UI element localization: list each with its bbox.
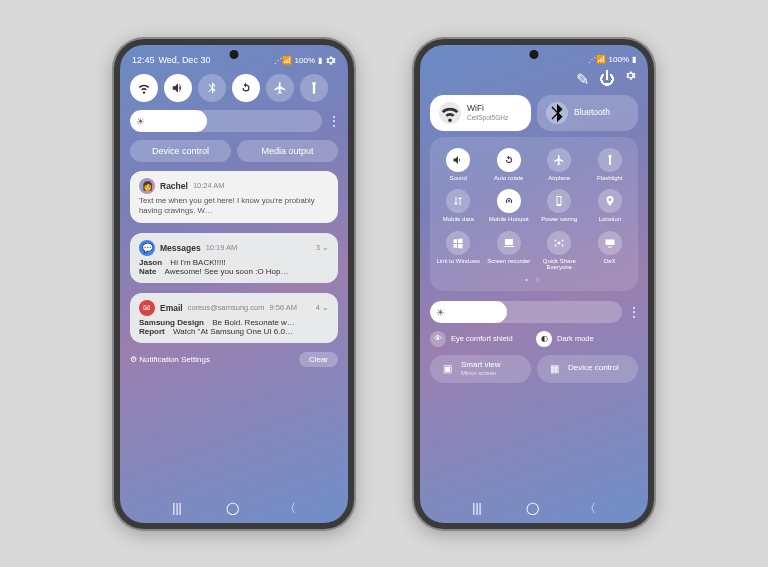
qs-icon (598, 148, 622, 172)
qs-icon (598, 231, 622, 255)
qs-icon (446, 189, 470, 213)
quick-settings-row (130, 74, 338, 102)
qs-power-saving[interactable]: Power saving (535, 186, 584, 226)
qs-flashlight[interactable]: Flashlight (586, 145, 635, 185)
email-icon: ✉ (139, 300, 155, 316)
qs-icon (497, 189, 521, 213)
qs-icon (446, 148, 470, 172)
back-button[interactable]: 〈 (284, 500, 296, 517)
wifi-toggle[interactable] (130, 74, 158, 102)
svg-point-3 (555, 244, 557, 246)
avatar-icon: 👩 (139, 178, 155, 194)
recents-button[interactable]: ||| (472, 501, 481, 515)
chevron-down-icon: ⌄ (322, 243, 329, 252)
qs-airplane[interactable]: Airplane (535, 145, 584, 185)
recents-button[interactable]: ||| (172, 501, 181, 515)
wifi-tile[interactable]: WiFiCellSpot5GHz (430, 95, 531, 131)
qs-quick-share-everyone[interactable]: Quick Share Everyone (535, 228, 584, 274)
notif-time: 10:19 AM (206, 243, 238, 252)
qs-mobile-data[interactable]: Mobile data (434, 186, 483, 226)
home-button[interactable]: ◯ (526, 501, 539, 515)
qs-mobile-hotspot[interactable]: Mobile Hotspot (485, 186, 534, 226)
qs-icon (598, 189, 622, 213)
notification-settings-link[interactable]: ⚙ Notification Settings (130, 355, 210, 364)
svg-point-4 (562, 244, 564, 246)
chevron-down-icon: ⌄ (322, 303, 329, 312)
qs-icon (497, 148, 521, 172)
notif-time: 10:24 AM (193, 181, 225, 190)
media-output-chip[interactable]: Media output (237, 140, 338, 162)
brightness-slider-row: ⋮ (430, 301, 638, 323)
qs-sound[interactable]: Sound (434, 145, 483, 185)
power-icon[interactable]: ⏻ (599, 70, 615, 89)
brightness-slider[interactable] (130, 110, 322, 132)
battery-icon: ▮ (318, 56, 322, 65)
device-control-tile[interactable]: ▦ Device control (537, 355, 638, 383)
bluetooth-tile[interactable]: Bluetooth (537, 95, 638, 131)
bluetooth-toggle[interactable] (198, 74, 226, 102)
qs-icon (446, 231, 470, 255)
qs-auto-rotate[interactable]: Auto rotate (485, 145, 534, 185)
bluetooth-icon (546, 102, 568, 124)
notif-app: Email (160, 303, 183, 313)
smart-view-tile[interactable]: ▣ Smart viewMirror screen (430, 355, 531, 383)
wifi-icon (439, 102, 461, 124)
wifi-signal-icon: ⋰📶 (588, 55, 606, 64)
wifi-signal-icon: ⋰📶 (274, 56, 292, 65)
qs-screen-recorder[interactable]: Screen recorder (485, 228, 534, 274)
notif-sender: coreus@samsung.com (188, 303, 265, 312)
airplane-toggle[interactable] (266, 74, 294, 102)
dark-mode-toggle[interactable]: ◐Dark mode (536, 331, 638, 347)
battery-percent: 100% (295, 56, 315, 65)
sound-toggle[interactable] (164, 74, 192, 102)
notification-email[interactable]: ✉ Email coreus@samsung.com 9:56 AM 4 ⌄ S… (130, 293, 338, 343)
brightness-more-icon[interactable]: ⋮ (328, 114, 338, 128)
phone-quick-settings: ⋰📶 100% ▮ ✎ ⏻ WiFiCellSpot5GHz Bluetooth… (414, 39, 654, 529)
qs-icon (547, 189, 571, 213)
eye-icon: 👁 (430, 331, 446, 347)
grid-icon: ▦ (546, 361, 562, 377)
eye-comfort-toggle[interactable]: 👁Eye comfort shield (430, 331, 532, 347)
battery-icon: ▮ (632, 55, 636, 64)
qs-link-to-windows[interactable]: Link to Windows (434, 228, 483, 274)
messages-icon: 💬 (139, 240, 155, 256)
notif-body: Text me when you get here! I know you're… (139, 196, 329, 216)
status-date: Wed, Dec 30 (159, 55, 211, 65)
camera-notch (230, 50, 239, 59)
nav-bar: ||| ◯ 〈 (420, 500, 648, 517)
page-indicator: • ○ (434, 276, 634, 283)
qs-icon (547, 231, 571, 255)
battery-percent: 100% (609, 55, 629, 64)
flashlight-toggle[interactable] (300, 74, 328, 102)
quick-settings-grid: SoundAuto rotateAirplaneFlashlightMobile… (430, 137, 638, 291)
moon-icon: ◐ (536, 331, 552, 347)
settings-icon[interactable] (625, 70, 636, 81)
notif-app: Messages (160, 243, 201, 253)
brightness-more-icon[interactable]: ⋮ (628, 305, 638, 319)
nav-bar: ||| ◯ 〈 (120, 500, 348, 517)
clear-button[interactable]: Clear (299, 352, 338, 367)
notif-title: Rachel (160, 181, 188, 191)
notification-messages[interactable]: 💬 Messages 10:19 AM 3 ⌄ Jason Hi I'm BAC… (130, 233, 338, 283)
notif-time: 9:56 AM (270, 303, 298, 312)
camera-notch (530, 50, 539, 59)
brightness-slider-row: ⋮ (130, 110, 338, 132)
notification-rachel[interactable]: 👩 Rachel 10:24 AM Text me when you get h… (130, 171, 338, 223)
brightness-slider[interactable] (430, 301, 622, 323)
edit-icon[interactable]: ✎ (576, 70, 589, 89)
qs-icon (547, 148, 571, 172)
settings-icon[interactable] (325, 55, 336, 66)
svg-point-1 (555, 239, 557, 241)
cast-icon: ▣ (439, 361, 455, 377)
svg-point-0 (558, 241, 561, 244)
phone-notification-panel: 12:45 Wed, Dec 30 ⋰📶 100% ▮ ⋮ Device con… (114, 39, 354, 529)
svg-point-2 (562, 239, 564, 241)
device-control-chip[interactable]: Device control (130, 140, 231, 162)
qs-location[interactable]: Location (586, 186, 635, 226)
home-button[interactable]: ◯ (226, 501, 239, 515)
qs-dex[interactable]: DeX (586, 228, 635, 274)
qs-icon (497, 231, 521, 255)
back-button[interactable]: 〈 (584, 500, 596, 517)
rotate-toggle[interactable] (232, 74, 260, 102)
status-time: 12:45 (132, 55, 155, 65)
